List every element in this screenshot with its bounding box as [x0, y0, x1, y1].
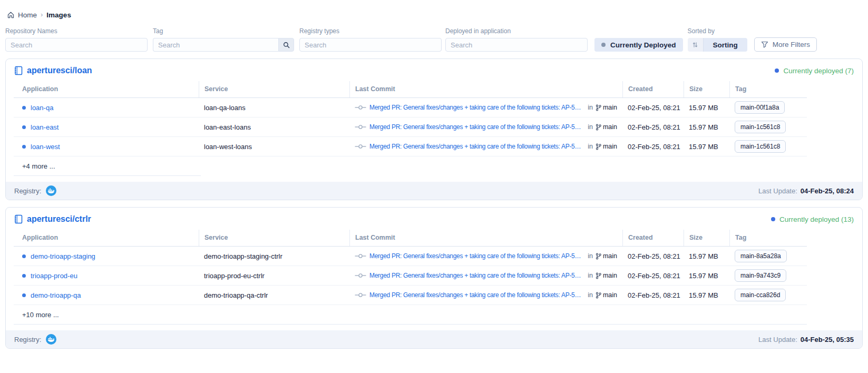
application-link[interactable]: loan-qa: [31, 104, 53, 112]
table-header-row: Application Service Last Commit Created …: [14, 230, 807, 247]
application-cell: demo-trioapp-qa: [14, 291, 199, 299]
filter-registry-types: Registry types: [299, 27, 442, 52]
application-link[interactable]: trioapp-prod-eu: [31, 272, 77, 280]
tag-pill: main-1c561c8: [735, 121, 786, 133]
application-cell: loan-qa: [14, 104, 199, 112]
created-at: 02-Feb-25, 08:21: [622, 272, 684, 280]
breadcrumb-home-label: Home: [18, 11, 37, 19]
commit-message-link[interactable]: Merged PR: General fixes/changes + takin…: [369, 272, 583, 279]
repository-icon: [14, 66, 23, 75]
commit-icon: [355, 253, 366, 259]
sorting-button[interactable]: Sorting: [704, 38, 747, 52]
docker-registry-icon: [46, 185, 56, 196]
repository-names-input[interactable]: [5, 38, 148, 52]
created-at: 02-Feb-25, 08:21: [622, 291, 684, 299]
git-branch-icon: [596, 292, 601, 299]
application-link[interactable]: loan-east: [31, 123, 58, 131]
divider: [14, 324, 807, 325]
commit-icon: [355, 124, 366, 130]
filter-repository-names: Repository Names: [5, 27, 148, 52]
table-header-row: Application Service Last Commit Created …: [14, 81, 807, 98]
application-status-dot-icon: [22, 125, 26, 129]
last-commit-cell: Merged PR: General fixes/changes + takin…: [349, 272, 622, 279]
tag-search-button[interactable]: [278, 38, 294, 52]
service-name: loan-qa-loans: [199, 104, 349, 112]
filters-bar: Repository Names Tag Registry types Depl…: [5, 27, 863, 52]
deployed-in-application-input[interactable]: [445, 38, 588, 52]
column-service: Service: [199, 230, 349, 246]
column-last-commit: Last Commit: [349, 81, 622, 97]
commit-in-label: in: [588, 143, 593, 150]
created-at: 02-Feb-25, 08:21: [622, 252, 684, 260]
commit-branch: main: [603, 143, 617, 150]
last-update-value: 04-Feb-25, 05:35: [801, 336, 854, 343]
last-commit-cell: Merged PR: General fixes/changes + takin…: [349, 104, 622, 111]
application-cell: trioapp-prod-eu: [14, 272, 199, 280]
created-at: 02-Feb-25, 08:21: [622, 143, 684, 151]
commit-message-link[interactable]: Merged PR: General fixes/changes + takin…: [369, 123, 583, 131]
commit-message-link[interactable]: Merged PR: General fixes/changes + takin…: [369, 143, 583, 150]
column-created: Created: [622, 230, 684, 246]
sorted-by-label: Sorted by: [688, 27, 747, 35]
commit-icon: [355, 144, 366, 149]
service-name: demo-trioapp-staging-ctrlr: [199, 252, 349, 260]
commit-message-link[interactable]: Merged PR: General fixes/changes + takin…: [369, 104, 583, 111]
column-size: Size: [684, 230, 729, 246]
tag-cell: main-1c561c8: [729, 121, 807, 133]
filter-funnel-icon: [761, 41, 768, 48]
deployed-status: Currently deployed (7): [775, 67, 854, 75]
last-commit-cell: Merged PR: General fixes/changes + takin…: [349, 252, 622, 260]
repo-name-link[interactable]: aperturesci/loan: [14, 66, 92, 75]
currently-deployed-dot-icon: [601, 43, 606, 47]
service-name: loan-west-loans: [199, 143, 349, 151]
deployed-status-label: Currently deployed (13): [779, 215, 854, 223]
show-more-link[interactable]: +4 more ...: [22, 162, 55, 170]
last-update-label: Last Update:: [758, 336, 797, 343]
created-at: 02-Feb-25, 08:21: [622, 123, 684, 131]
search-icon: [283, 42, 290, 48]
service-name: trioapp-prod-eu-ctrlr: [199, 272, 349, 280]
column-application: Application: [14, 230, 199, 246]
images-table: Application Service Last Commit Created …: [14, 81, 807, 176]
card-header: aperturesci/ctrlr Currently deployed (13…: [6, 208, 862, 230]
more-row: +4 more ...: [14, 156, 807, 175]
tag-pill: main-00f1a8a: [735, 101, 785, 114]
sorted-by: Sorted by Sorting: [688, 27, 747, 52]
column-tag: Tag: [729, 230, 807, 246]
commit-message-link[interactable]: Merged PR: General fixes/changes + takin…: [369, 291, 583, 299]
service-name: loan-east-loans: [199, 123, 349, 131]
application-link[interactable]: demo-trioapp-qa: [31, 291, 81, 299]
breadcrumb-home[interactable]: Home: [7, 11, 37, 19]
registry-types-input[interactable]: [299, 38, 442, 52]
image-size: 15.97 MB: [684, 104, 729, 112]
tag-pill: main-cca826d: [735, 289, 786, 301]
commit-in-label: in: [588, 291, 593, 299]
sort-direction-button[interactable]: [688, 38, 704, 52]
more-filters-button[interactable]: More Filters: [754, 37, 817, 52]
tag-pill: main-8a5a28a: [735, 250, 787, 262]
repo-name: aperturesci/loan: [27, 66, 92, 75]
commit-in-label: in: [588, 252, 593, 260]
column-created: Created: [622, 81, 684, 97]
tag-cell: main-00f1a8a: [729, 101, 807, 114]
show-more-link[interactable]: +10 more ...: [22, 311, 59, 319]
sort-arrows-icon: [692, 42, 698, 48]
application-status-dot-icon: [22, 254, 26, 258]
application-link[interactable]: loan-west: [31, 143, 60, 151]
commit-message-link[interactable]: Merged PR: General fixes/changes + takin…: [369, 252, 583, 260]
repo-name-link[interactable]: aperturesci/ctrlr: [14, 214, 91, 224]
card-footer: Registry: Last Update: 04-Feb-25, 08:24: [6, 182, 862, 200]
breadcrumb-chevron-icon: ›: [41, 11, 43, 18]
column-size: Size: [684, 81, 729, 97]
git-branch-icon: [596, 104, 601, 111]
tag-input[interactable]: [153, 38, 278, 52]
application-link[interactable]: demo-trioapp-staging: [31, 252, 95, 260]
tag-label: Tag: [153, 27, 294, 35]
divider: [14, 175, 201, 176]
git-branch-icon: [596, 253, 601, 260]
more-filters-label: More Filters: [773, 41, 810, 48]
column-last-commit: Last Commit: [349, 230, 622, 246]
image-size: 15.97 MB: [684, 143, 729, 151]
currently-deployed-chip[interactable]: Currently Deployed: [594, 38, 683, 52]
deployed-status-dot-icon: [771, 217, 775, 221]
